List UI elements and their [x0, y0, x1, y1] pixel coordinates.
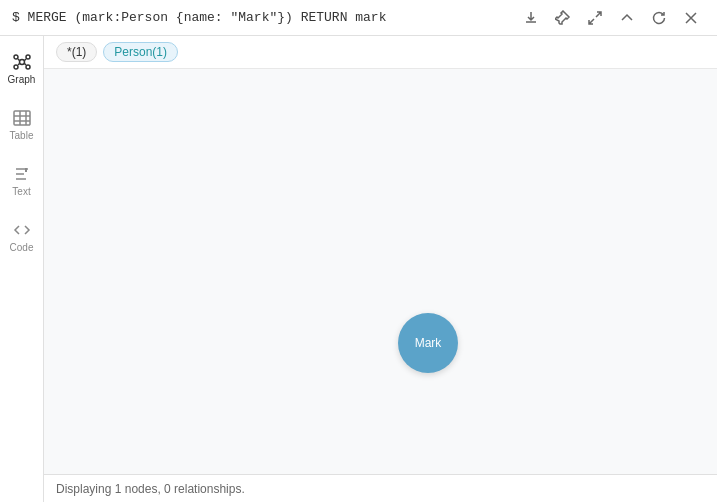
close-button[interactable] [677, 4, 705, 32]
content: *(1) Person(1) Mark Displaying 1 nodes, … [44, 36, 717, 502]
sidebar-item-graph[interactable]: Graph [0, 40, 44, 96]
svg-line-5 [18, 59, 20, 61]
graph-canvas: Mark [44, 69, 717, 474]
sidebar: Graph Table Text Code [0, 36, 44, 502]
svg-rect-9 [14, 111, 30, 125]
svg-point-3 [14, 65, 18, 69]
pin-icon [555, 10, 571, 26]
status-bar: Displaying 1 nodes, 0 relationships. [44, 474, 717, 502]
table-icon [12, 108, 32, 128]
expand-icon [587, 10, 603, 26]
download-button[interactable] [517, 4, 545, 32]
refresh-icon [651, 10, 667, 26]
star-badge[interactable]: *(1) [56, 42, 97, 62]
graph-node-label: Mark [415, 336, 442, 350]
svg-point-1 [14, 55, 18, 59]
refresh-button[interactable] [645, 4, 673, 32]
svg-line-6 [24, 59, 26, 61]
close-icon [683, 10, 699, 26]
chevron-up-button[interactable] [613, 4, 641, 32]
top-bar-actions [517, 4, 705, 32]
sidebar-item-table[interactable]: Table [0, 96, 44, 152]
svg-point-0 [19, 59, 24, 64]
top-bar: $ MERGE (mark:Person {name: "Mark"}) RET… [0, 0, 717, 36]
main: Graph Table Text Code [0, 36, 717, 502]
expand-button[interactable] [581, 4, 609, 32]
sidebar-table-label: Table [10, 130, 34, 141]
code-icon [12, 220, 32, 240]
svg-point-2 [26, 55, 30, 59]
sidebar-item-code[interactable]: Code [0, 208, 44, 264]
download-icon [523, 10, 539, 26]
person-badge[interactable]: Person(1) [103, 42, 178, 62]
sidebar-graph-label: Graph [8, 74, 36, 85]
sidebar-item-text[interactable]: Text [0, 152, 44, 208]
svg-line-8 [24, 63, 26, 65]
svg-point-4 [26, 65, 30, 69]
text-icon [12, 164, 32, 184]
sidebar-text-label: Text [12, 186, 30, 197]
sidebar-code-label: Code [10, 242, 34, 253]
query-text: $ MERGE (mark:Person {name: "Mark"}) RET… [12, 10, 517, 25]
chevron-up-icon [619, 10, 635, 26]
graph-node-mark[interactable]: Mark [398, 313, 458, 373]
svg-line-7 [18, 63, 20, 65]
status-text: Displaying 1 nodes, 0 relationships. [56, 482, 245, 496]
pin-button[interactable] [549, 4, 577, 32]
filter-bar: *(1) Person(1) [44, 36, 717, 69]
graph-icon [12, 52, 32, 72]
